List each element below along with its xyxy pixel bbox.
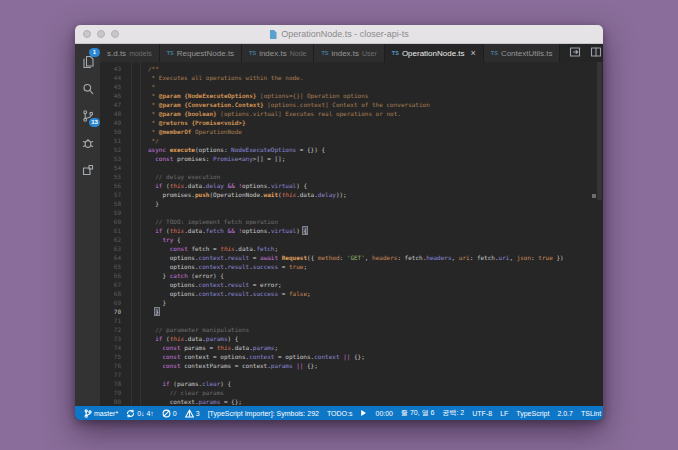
line-number[interactable]: 46 [100,91,127,100]
line-number[interactable]: 59 [100,208,127,217]
line-number[interactable]: 53 [100,154,127,163]
status-item-master[interactable]: master* [80,409,122,418]
line-number[interactable]: 55 [100,172,127,181]
line-number[interactable]: 43 [100,64,127,73]
line-number[interactable]: 74 [100,343,127,352]
status-item-줄-70-열-6[interactable]: 줄 70, 열 6 [397,408,438,418]
line-number[interactable]: 54 [100,163,127,172]
line-number[interactable]: 76 [100,361,127,370]
code-line: 64 options.context.result = await Reques… [100,253,603,262]
line-number[interactable]: 61 [100,226,127,235]
status-item-2-0-7[interactable]: 2.0.7 [553,410,577,417]
code-line-content: } [127,298,166,307]
tab-label: ContextUtils.ts [501,49,553,58]
tab-index-ts[interactable]: TSindex.tsUser [314,44,384,62]
line-number[interactable]: 78 [100,379,127,388]
line-number[interactable]: 72 [100,325,127,334]
code-line: 49 * @returns {Promise<void>} [100,118,603,127]
line-number[interactable]: 45 [100,82,127,91]
zoom-window-button[interactable] [111,30,119,38]
line-number[interactable]: 51 [100,136,127,145]
code-line-content: if (this.data.delay && !options.virtual)… [127,181,307,190]
line-number[interactable]: 50 [100,127,127,136]
code-line: 46 * @param {NodeExecuteOptions} [option… [100,91,603,100]
tab-requestnode-ts[interactable]: TSRequestNode.ts [160,44,242,62]
line-number[interactable]: 47 [100,100,127,109]
activity-bar-item-debug[interactable] [75,129,100,156]
line-number[interactable]: 65 [100,262,127,271]
close-window-button[interactable] [83,30,91,38]
activity-bar-item-source-control[interactable]: 13 [75,102,100,129]
status-item-공백-2[interactable]: 공백: 2 [438,408,468,418]
line-number[interactable]: 49 [100,118,127,127]
status-item-text: 줄 70, 열 6 [401,408,434,418]
status-bar-right: 줄 70, 열 6공백: 2UTF-8LFTypeScript2.0.7TSLi… [397,408,603,418]
line-number[interactable]: 63 [100,244,127,253]
close-icon[interactable]: × [471,49,476,58]
line-number[interactable]: 60 [100,217,127,226]
status-item-3[interactable]: 3 [181,409,204,418]
code-line-content [127,163,148,172]
split-editor-icon[interactable] [569,44,581,62]
tab-operationnode-ts[interactable]: TSOperationNode.ts× [385,44,484,62]
code-line: 79 // clear params [100,388,603,397]
line-number[interactable]: 52 [100,145,127,154]
line-number[interactable]: 70 [100,307,127,316]
activity-bar-item-search[interactable] [75,75,100,102]
typescript-file-icon: TS [249,50,256,56]
status-item-00-00[interactable]: 00:00 [371,410,397,417]
code-line: 45 * [100,82,603,91]
code-editor[interactable]: 43/**44 * Executes all operations within… [100,62,603,406]
line-number[interactable]: 62 [100,235,127,244]
status-item-text: 0↓ 4↑ [137,410,154,417]
window-title-bar[interactable]: OperationNode.ts - closer-api-ts [75,25,603,44]
tab-contextutils-ts[interactable]: TSContextUtils.ts [484,44,561,62]
typescript-file-icon: TS [392,50,399,56]
toggle-layout-icon[interactable] [590,44,602,62]
status-item-lf[interactable]: LF [496,410,512,417]
line-number[interactable]: 48 [100,109,127,118]
line-number[interactable]: 67 [100,280,127,289]
line-number[interactable]: 68 [100,289,127,298]
tab-bar: s.d.tsmodelsTSRequestNode.tsTSindex.tsNo… [100,44,603,62]
line-number[interactable]: 66 [100,271,127,280]
line-number[interactable]: 57 [100,190,127,199]
line-number[interactable]: 69 [100,298,127,307]
editor-scrollbar[interactable] [597,62,602,200]
code-line-content: } [127,199,159,208]
status-item-text: 0 [173,410,177,417]
status-item-typescript[interactable]: TypeScript [512,410,553,417]
status-item-typescript-importer-symbols-292[interactable]: [TypeScript Importer]: Symbols: 292 [204,410,323,417]
warning-icon [185,409,194,418]
activity-bar-item-extensions[interactable] [75,156,100,183]
git-branch-icon [84,409,92,418]
status-item-todo-s[interactable]: TODO:s [323,410,357,417]
line-number[interactable]: 73 [100,334,127,343]
line-number[interactable]: 77 [100,370,127,379]
line-number[interactable]: 56 [100,181,127,190]
status-item-tslint[interactable]: TSLint [577,410,603,417]
line-number[interactable]: 58 [100,199,127,208]
tab-s-d-ts[interactable]: s.d.tsmodels [100,44,160,62]
line-number[interactable]: 79 [100,388,127,397]
line-number[interactable]: 75 [100,352,127,361]
minimize-window-button[interactable] [97,30,105,38]
code-line-content: * @memberOf OperationNode [127,127,242,136]
explorer-badge: 1 [89,48,100,57]
code-line-content: * Executes all operations within the nod… [127,73,303,82]
status-item-0-4[interactable]: 0↓ 4↑ [122,409,158,418]
status-item-text: 2.0.7 [557,410,573,417]
code-line: 59 [100,208,603,217]
line-number[interactable]: 71 [100,316,127,325]
line-number[interactable]: 80 [100,397,127,406]
line-number[interactable]: 64 [100,253,127,262]
tab-index-ts[interactable]: TSindex.tsNode [242,44,314,62]
status-item-text: 3 [196,410,200,417]
line-number[interactable]: 44 [100,73,127,82]
status-item-utf-8[interactable]: UTF-8 [468,410,496,417]
tab-detail: User [362,50,377,57]
status-item-play[interactable] [356,409,371,417]
activity-bar-item-explorer[interactable]: 1 [75,48,100,75]
code-line-content: const fetch = this.data.fetch; [127,244,278,253]
status-item-0[interactable]: 0 [158,409,181,418]
